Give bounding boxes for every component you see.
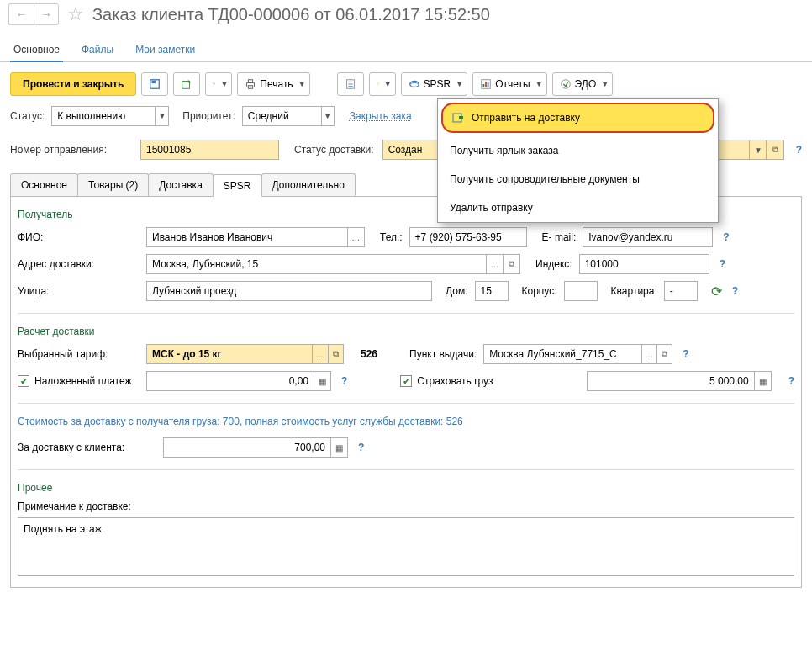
spsr-button[interactable]: SPSR ▼ [401, 72, 468, 96]
address-open-button[interactable]: ⧉ [503, 255, 519, 273]
help-link[interactable]: ? [341, 375, 347, 387]
cod-calc-button[interactable]: ▦ [314, 372, 330, 390]
email-label: E- mail: [542, 231, 577, 243]
print-button[interactable]: Печать ▼ [237, 72, 309, 96]
nav-forward-button[interactable]: → [34, 3, 59, 25]
top-tab-notes[interactable]: Мои заметки [132, 39, 198, 61]
fio-input[interactable] [147, 230, 347, 245]
help-link[interactable]: ? [720, 258, 725, 270]
pickup-open-button[interactable]: ⧉ [656, 345, 672, 363]
cod-label: Наложенный платеж [34, 375, 131, 387]
reports-label: Отчеты [495, 78, 530, 90]
house-input[interactable] [476, 283, 508, 299]
reports-button[interactable]: Отчеты ▼ [472, 72, 546, 96]
menu-send-label: Отправить на доставку [472, 112, 580, 124]
tariff-input[interactable] [147, 347, 312, 362]
fio-label: ФИО: [18, 231, 140, 243]
save-close-button[interactable]: Провести и закрыть [10, 72, 136, 96]
flat-input[interactable] [665, 283, 697, 299]
help-link[interactable]: ? [732, 285, 738, 297]
create-based-button[interactable]: ▼ [205, 72, 232, 96]
tab-delivery[interactable]: Доставка [148, 173, 214, 196]
street-input[interactable] [147, 283, 431, 299]
top-tab-main[interactable]: Основное [10, 39, 63, 62]
favorite-star-icon[interactable]: ☆ [67, 3, 84, 25]
help-link[interactable]: ? [683, 348, 688, 360]
address-input[interactable] [147, 257, 486, 272]
menu-send-delivery[interactable]: Отправить на доставку [441, 103, 714, 133]
tab-spsr[interactable]: SPSR [213, 174, 262, 197]
tab-goods[interactable]: Товары (2) [77, 173, 149, 196]
svg-rect-18 [488, 82, 489, 87]
refresh-icon[interactable]: ⟳ [711, 283, 722, 299]
index-input[interactable] [580, 257, 709, 272]
print-label: Печать [260, 78, 293, 90]
fio-select-button[interactable]: … [347, 228, 364, 246]
phone-label: Тел.: [380, 231, 403, 243]
index-label: Индекс: [535, 258, 572, 270]
shipment-number-label: Номер отправления: [10, 144, 132, 156]
menu-delete-shipment[interactable]: Удалить отправку [438, 193, 718, 222]
spsr-dropdown-menu: Отправить на доставку Получить ярлык зак… [437, 98, 719, 223]
status-open-button[interactable]: ⧉ [766, 140, 783, 159]
priority-dropdown-button[interactable]: ▼ [321, 107, 334, 125]
cod-checkbox[interactable]: ✔ [18, 375, 29, 387]
help-link[interactable]: ? [723, 231, 729, 243]
help-link[interactable]: ? [788, 375, 794, 387]
status-label: Статус: [10, 110, 45, 122]
top-tab-files[interactable]: Файлы [78, 39, 117, 61]
svg-point-14 [409, 82, 419, 87]
cod-input[interactable] [147, 373, 314, 389]
page-title: Заказ клиента ТД00-000006 от 06.01.2017 … [92, 5, 490, 24]
menu-label-text: Получить ярлык заказа [450, 145, 558, 156]
help-link[interactable]: ? [358, 442, 364, 453]
status-dropdown-button[interactable]: ▼ [155, 107, 168, 125]
close-order-link[interactable]: Закрыть зака [350, 110, 412, 122]
edo-label: ЭДО [575, 78, 597, 90]
other-section-title: Прочее [18, 482, 794, 494]
caret-down-icon: ▼ [384, 80, 392, 88]
calc-section-title: Расчет доставки [18, 326, 794, 337]
street-label: Улица: [18, 285, 140, 297]
save-button[interactable] [141, 72, 168, 96]
spsr-label: SPSR [424, 78, 451, 90]
client-cost-calc-button[interactable]: ▦ [330, 438, 347, 457]
status-select[interactable] [52, 109, 155, 124]
tariff-select-button[interactable]: … [312, 345, 327, 363]
edo-button[interactable]: ЭДО ▼ [552, 72, 614, 96]
address-select-button[interactable]: … [486, 255, 503, 273]
pickup-select-button[interactable]: … [641, 345, 656, 363]
shipment-number-input[interactable] [141, 142, 278, 157]
caret-down-icon: ▼ [220, 80, 228, 88]
pickup-label: Пункт выдачи: [409, 348, 477, 360]
insure-input[interactable] [588, 373, 754, 389]
address-label: Адрес доставки: [18, 258, 140, 270]
post-button[interactable] [173, 72, 200, 96]
pickup-input[interactable] [484, 347, 641, 362]
tariff-cost: 526 [361, 348, 377, 360]
tab-additional[interactable]: Дополнительно [261, 173, 356, 196]
phone-input[interactable] [410, 230, 526, 245]
flat-label: Квартира: [611, 285, 657, 297]
mode-button-1[interactable] [337, 72, 364, 96]
nav-back-button[interactable]: ← [8, 3, 34, 25]
email-input[interactable] [583, 230, 712, 245]
korpus-input[interactable] [565, 283, 597, 299]
mode-button-2[interactable]: ▼ [369, 72, 396, 96]
menu-get-docs[interactable]: Получить сопроводительные документы [438, 165, 718, 193]
note-textarea[interactable] [18, 517, 794, 576]
client-cost-input[interactable] [164, 440, 330, 455]
menu-get-label[interactable]: Получить ярлык заказа [438, 136, 718, 165]
priority-select[interactable] [243, 109, 321, 124]
tab-main[interactable]: Основное [10, 173, 78, 196]
insure-calc-button[interactable]: ▦ [754, 372, 771, 390]
insure-checkbox[interactable]: ✔ [400, 375, 412, 387]
help-link[interactable]: ? [796, 144, 802, 156]
menu-delete-text: Удалить отправку [450, 202, 533, 214]
tariff-label: Выбранный тариф: [18, 348, 140, 360]
cost-summary-line: Стоимость за доставку с получателя груза… [18, 416, 794, 427]
delivery-status-label: Статус доставки: [294, 144, 374, 156]
status-caret-button[interactable]: ▼ [749, 140, 766, 159]
svg-rect-1 [152, 81, 156, 84]
tariff-open-button[interactable]: ⧉ [328, 345, 343, 363]
